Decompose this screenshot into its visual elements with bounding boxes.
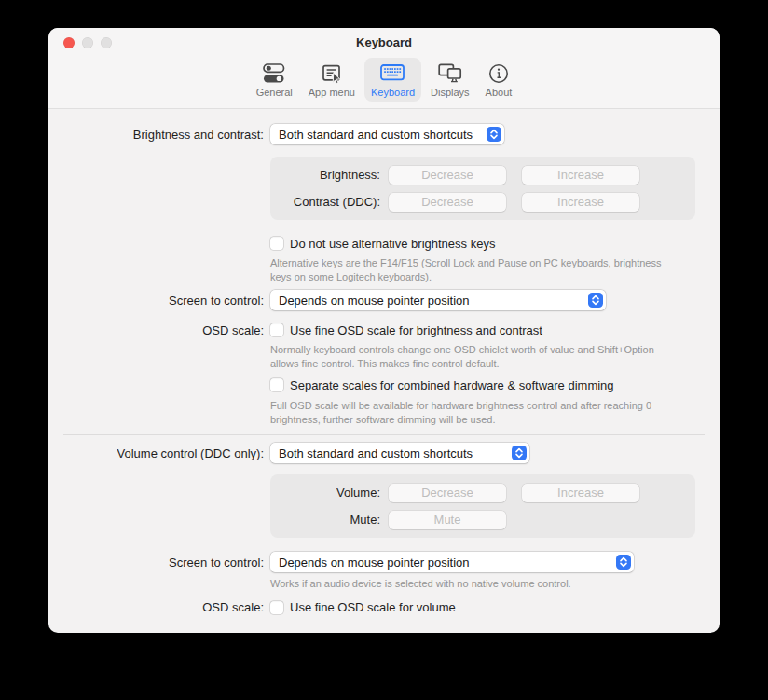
volume-decrease-button[interactable]: Decrease [389,484,506,502]
keyboard-pane: Brightness and contrast: Both standard a… [48,124,720,618]
screen-to-control-row-2: Screen to control: Depends on mouse poin… [48,552,720,572]
screen-to-control-row-1: Screen to control: Depends on mouse poin… [48,290,720,310]
tab-keyboard[interactable]: Keyboard [364,58,421,102]
fine-osd-volume-checkbox[interactable] [270,601,283,614]
window-title: Keyboard [356,35,412,49]
volume-control-label: Volume control (DDC only): [48,446,264,460]
section-divider [63,434,705,435]
tab-about-label: About [486,87,513,98]
close-button[interactable] [63,37,75,48]
contrast-decrease-button[interactable]: Decrease [389,193,506,212]
mute-button[interactable]: Mute [389,511,506,529]
brightness-label: Brightness: [270,168,380,182]
tab-app-menu[interactable]: App menu [302,58,362,102]
popup-stepper-icon [512,446,527,460]
separate-scales-label: Separate scales for combined hardware & … [290,378,614,392]
separate-scales-checkbox[interactable] [270,378,283,391]
tab-general[interactable]: General [250,58,299,102]
keyboard-icon [380,61,405,86]
screen-to-control-popup-2[interactable]: Depends on mouse pointer position [270,552,634,572]
tab-keyboard-label: Keyboard [371,87,415,98]
popup-stepper-icon [588,293,603,308]
tab-general-label: General [256,87,293,98]
contrast-label: Contrast (DDC): [270,195,380,209]
tab-app-menu-label: App menu [309,87,355,98]
alt-brightness-keys-label: Do not use alternative brightness keys [290,237,495,251]
separate-scales-help: Full OSD scale will be available for har… [270,399,685,426]
screen-to-control-value-2: Depends on mouse pointer position [279,556,470,570]
volume-buttons-panel: Volume: Decrease Increase Mute: Mute [270,474,695,538]
alt-brightness-keys-row: Do not use alternative brightness keys [270,233,720,254]
traffic-lights [63,37,112,48]
tab-displays-label: Displays [431,87,470,98]
fine-osd-row: Use fine OSD scale for brightness and co… [270,323,542,337]
screen-to-control-value-1: Depends on mouse pointer position [279,294,470,308]
osd-scale-label-1: OSD scale: [48,323,264,337]
volume-shortcuts-value: Both standard and custom shortcuts [279,446,473,460]
volume-control-row: Volume control (DDC only): Both standard… [48,443,720,463]
brightness-shortcuts-popup[interactable]: Both standard and custom shortcuts [270,124,504,144]
volume-increase-button[interactable]: Increase [522,484,639,502]
brightness-contrast-row: Brightness and contrast: Both standard a… [48,124,720,144]
volume-row: Volume: Decrease Increase [270,479,695,506]
fine-osd-volume-row: Use fine OSD scale for volume [270,600,456,614]
brightness-increase-button[interactable]: Increase [522,166,639,185]
volume-label: Volume: [270,486,380,500]
brightness-buttons-panel: Brightness: Decrease Increase Contrast (… [270,157,695,220]
displays-icon [438,61,462,86]
alt-brightness-keys-help: Alternative keys are the F14/F15 (Scroll… [270,256,685,283]
contrast-increase-button[interactable]: Increase [522,193,639,212]
toolbar: General App menu [48,56,720,108]
popup-stepper-icon [487,127,501,142]
screen-to-control-label-1: Screen to control: [48,294,264,308]
app-menu-icon [321,61,343,86]
info-icon [487,61,510,86]
screen-to-control-help: Works if an audio device is selected wit… [270,577,685,591]
fine-osd-help: Normally keyboard controls change one OS… [270,343,685,370]
osd-scale-row-2: OSD scale: Use fine OSD scale for volume [48,597,720,618]
brightness-decrease-button[interactable]: Decrease [389,166,506,185]
tab-displays[interactable]: Displays [424,58,476,102]
titlebar[interactable]: Keyboard [48,28,720,56]
fine-osd-checkbox[interactable] [270,323,283,336]
contrast-row: Contrast (DDC): Decrease Increase [270,188,695,215]
mute-label: Mute: [270,513,380,527]
toggles-icon [263,61,285,86]
screen-to-control-popup-1[interactable]: Depends on mouse pointer position [270,290,606,310]
fine-osd-volume-label: Use fine OSD scale for volume [290,600,456,614]
volume-shortcuts-popup[interactable]: Both standard and custom shortcuts [270,443,529,463]
window-header: Keyboard General [48,28,720,109]
alt-brightness-keys-checkbox[interactable] [270,237,283,250]
preferences-window: Keyboard General [48,28,720,633]
separate-scales-row: Separate scales for combined hardware & … [270,375,720,395]
screen-to-control-label-2: Screen to control: [48,556,264,570]
popup-stepper-icon [616,555,631,570]
osd-scale-label-2: OSD scale: [48,600,264,614]
brightness-shortcuts-value: Both standard and custom shortcuts [279,128,473,142]
osd-scale-row-1: OSD scale: Use fine OSD scale for bright… [48,320,720,340]
mute-row: Mute: Mute [270,506,695,533]
fine-osd-label: Use fine OSD scale for brightness and co… [290,323,542,337]
brightness-row: Brightness: Decrease Increase [270,161,695,188]
brightness-contrast-label: Brightness and contrast: [48,128,264,142]
zoom-button[interactable] [101,37,112,48]
minimize-button[interactable] [82,37,93,48]
tab-about[interactable]: About [479,58,519,102]
